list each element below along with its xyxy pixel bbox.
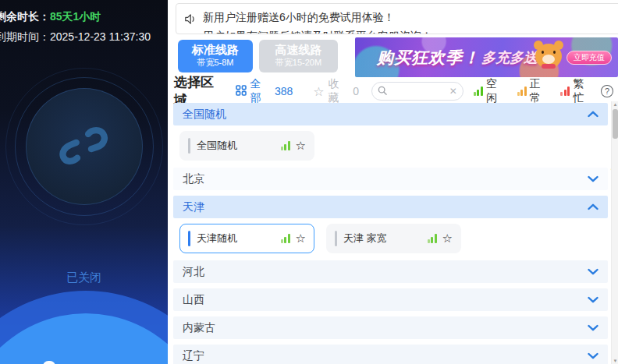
server-card-tianjin-home[interactable]: 天津 家宽 ☆ xyxy=(326,224,461,253)
highspeed-line-bandwidth: 带宽15-20M xyxy=(259,57,338,68)
main-panel: 新用户注册赠送6小时的免费试用体验！ 用户如果有问题反馈请及时联系平台客服咨询！… xyxy=(168,0,618,364)
account-info: 剩余时长： 85天1小时 到期时间： 2025-12-23 11:37:30 xyxy=(0,6,168,47)
favorite-star-icon[interactable]: ☆ xyxy=(442,231,453,246)
card-accent-bar xyxy=(188,231,190,246)
speaker-icon xyxy=(176,4,203,34)
filter-row: 选择区域 全部 388 ☆ 收藏 0 xyxy=(174,81,618,101)
legend-normal-label: 正常 xyxy=(530,77,551,105)
region-name: 天津 xyxy=(183,200,204,214)
signal-icon xyxy=(281,141,290,150)
signal-normal-icon xyxy=(517,87,527,96)
legend-busy: 繁忙 xyxy=(560,77,594,105)
chevron-up-icon xyxy=(588,203,598,210)
grid-icon xyxy=(236,85,247,98)
server-card-name: 天津随机 xyxy=(197,231,281,246)
region-header-national[interactable]: 全国随机 xyxy=(173,103,608,125)
remaining-time-row: 剩余时长： 85天1小时 xyxy=(0,6,168,27)
promo-banner[interactable]: 购买狂欢季！ 多充多送 立即充值 xyxy=(355,37,618,77)
remaining-time-label: 剩余时长： xyxy=(0,6,50,27)
announcement-banner: 新用户注册赠送6小时的免费试用体验！ 用户如果有问题反馈请及时联系平台客服咨询！ xyxy=(176,3,618,34)
region-list: 全国随机 全国随机 ☆ 北京 天津 xyxy=(173,103,608,364)
signal-idle-icon xyxy=(474,87,483,96)
star-icon: ☆ xyxy=(313,84,324,99)
signal-icon xyxy=(428,234,437,243)
chain-link-icon xyxy=(59,120,109,173)
connection-status: 已关闭 xyxy=(0,270,168,285)
legend-busy-label: 繁忙 xyxy=(573,77,594,105)
search-box[interactable]: ✕ xyxy=(371,82,464,101)
region-name: 全国随机 xyxy=(183,108,226,122)
announcement-marquee: 新用户注册赠送6小时的免费试用体验！ 用户如果有问题反馈请及时联系平台客服咨询！ xyxy=(203,4,618,34)
scroll-down-icon[interactable]: ▼ xyxy=(612,359,618,363)
legend-normal: 正常 xyxy=(517,77,551,105)
announcement-line-2: 用户如果有问题反馈请及时联系平台客服咨询！ xyxy=(203,27,618,34)
card-accent-bar xyxy=(335,231,337,246)
standard-line-button[interactable]: 标准线路 带宽5-8M xyxy=(178,40,253,72)
filter-all[interactable]: 全部 388 xyxy=(236,77,293,105)
clear-search-icon[interactable]: ✕ xyxy=(449,86,457,97)
promo-subline: 多充多送 xyxy=(481,48,538,67)
announcement-line-1: 新用户注册赠送6小时的免费试用体验！ xyxy=(203,8,618,27)
filter-all-label: 全部 xyxy=(250,77,271,105)
region-name: 河北 xyxy=(183,265,204,279)
highspeed-line-button[interactable]: 高速线路 带宽15-20M xyxy=(259,40,338,72)
card-accent-bar xyxy=(188,138,190,154)
search-icon xyxy=(378,84,387,98)
remaining-time-value: 85天1小时 xyxy=(50,6,101,27)
region-header-neimenggu[interactable]: 内蒙古 xyxy=(173,316,608,339)
chevron-down-icon xyxy=(588,268,598,275)
region-name: 辽宁 xyxy=(183,349,204,363)
server-card-name: 全国随机 xyxy=(197,139,281,153)
chevron-down-icon xyxy=(588,352,598,359)
region-header-tianjin[interactable]: 天津 xyxy=(173,196,608,218)
help-icon[interactable]: ? xyxy=(601,85,613,97)
chevron-down-icon xyxy=(588,175,598,182)
expire-time-value: 2025-12-23 11:37:30 xyxy=(50,27,151,47)
expire-time-label: 到期时间： xyxy=(0,27,50,47)
signal-busy-icon xyxy=(560,87,570,96)
region-name: 内蒙古 xyxy=(183,321,215,335)
chevron-down-icon xyxy=(588,324,598,331)
bear-mascot-icon xyxy=(532,41,565,73)
standard-line-bandwidth: 带宽5-8M xyxy=(178,57,253,68)
region-header-liaoning[interactable]: 辽宁 xyxy=(173,345,608,364)
promo-headline: 购买狂欢季！ xyxy=(377,47,480,69)
expire-time-row: 到期时间： 2025-12-23 11:37:30 xyxy=(0,27,168,47)
legend-idle: 空闲 xyxy=(474,77,507,105)
filter-favorites[interactable]: ☆ 收藏 0 xyxy=(313,77,359,105)
server-card-national-random[interactable]: 全国随机 ☆ xyxy=(179,131,314,161)
filter-fav-label: 收藏 xyxy=(329,77,350,105)
recharge-now-button[interactable]: 立即充值 xyxy=(566,51,612,65)
region-header-hebei[interactable]: 河北 xyxy=(173,260,608,283)
status-legend: 空闲 正常 繁忙 xyxy=(474,77,601,105)
search-input[interactable] xyxy=(390,86,446,97)
region-header-shanxi[interactable]: 山西 xyxy=(173,288,608,311)
highspeed-line-title: 高速线路 xyxy=(259,43,338,57)
server-card-tianjin-random[interactable]: 天津随机 ☆ xyxy=(179,224,314,253)
filter-fav-count: 0 xyxy=(353,85,359,97)
scrollbar[interactable]: ▲ ▼ xyxy=(611,101,618,364)
region-header-beijing[interactable]: 北京 xyxy=(173,168,608,190)
server-card-name: 天津 家宽 xyxy=(343,231,428,246)
region-name: 北京 xyxy=(183,172,204,186)
card-row-tianjin: 天津随机 ☆ 天津 家宽 ☆ xyxy=(179,224,608,253)
filter-all-count: 388 xyxy=(275,85,293,97)
scrollbar-thumb[interactable] xyxy=(613,109,618,139)
scroll-up-icon[interactable]: ▲ xyxy=(612,102,618,107)
standard-line-title: 标准线路 xyxy=(178,43,253,57)
signal-icon xyxy=(281,234,290,243)
region-name: 山西 xyxy=(183,293,204,307)
chevron-up-icon xyxy=(588,111,598,118)
card-row-national: 全国随机 ☆ xyxy=(179,131,608,161)
connect-button[interactable] xyxy=(26,88,143,205)
legend-idle-label: 空闲 xyxy=(486,77,507,105)
favorite-star-icon[interactable]: ☆ xyxy=(296,231,306,246)
favorite-star-icon[interactable]: ☆ xyxy=(296,139,306,153)
chevron-down-icon xyxy=(588,296,598,303)
sidebar: 剩余时长： 85天1小时 到期时间： 2025-12-23 11:37:30 已… xyxy=(0,0,168,364)
